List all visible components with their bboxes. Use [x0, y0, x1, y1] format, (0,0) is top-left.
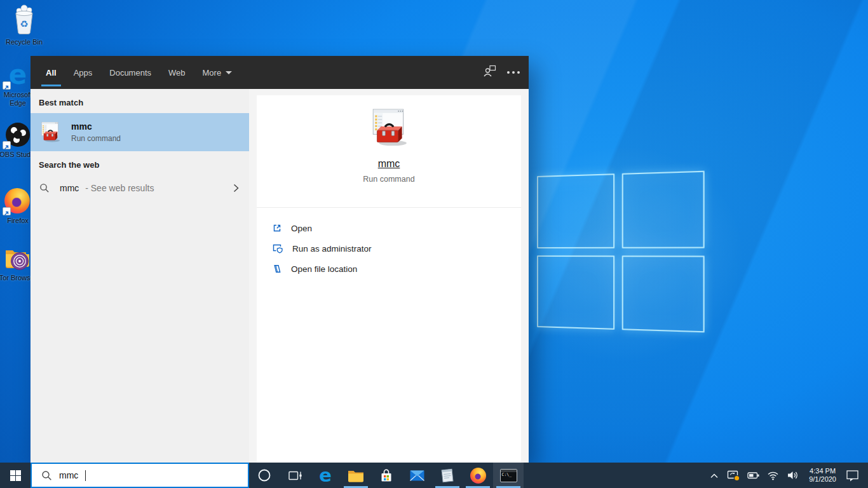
- tab-apps[interactable]: Apps: [74, 56, 93, 89]
- task-view-button[interactable]: [280, 463, 310, 488]
- taskbar-mail-button[interactable]: [402, 463, 432, 488]
- best-match-result-mmc[interactable]: mmc Run command: [31, 113, 249, 151]
- task-view-icon: [288, 469, 302, 482]
- result-preview-pane: mmc Run command Open: [249, 89, 529, 463]
- search-icon: [41, 470, 52, 481]
- recycle-bin-icon: ♻: [10, 3, 39, 36]
- clock-time: 4:34 PM: [809, 467, 836, 476]
- search-results-list: Best match m: [31, 89, 249, 463]
- web-search-query: mmc: [60, 183, 79, 193]
- desktop-icon-label: Recycle Bin: [4, 38, 44, 46]
- chevron-down-icon: [226, 71, 232, 74]
- taskbar-file-explorer-button[interactable]: [341, 463, 371, 488]
- tor-browser-icon: [4, 245, 31, 272]
- shortcut-arrow-icon: [3, 141, 11, 149]
- tab-more[interactable]: More: [203, 56, 233, 89]
- preview-actions: Open Run as administrator: [257, 218, 521, 279]
- search-the-web-section-label: Search the web: [31, 151, 249, 175]
- best-match-title: mmc: [71, 121, 121, 132]
- mmc-toolbox-icon-large: [368, 107, 410, 149]
- preview-subtitle: Run command: [363, 175, 414, 184]
- file-explorer-icon: [348, 469, 364, 482]
- shortcut-arrow-icon: [3, 81, 11, 90]
- taskbar-clock[interactable]: 4:34 PM 9/1/2020: [809, 467, 836, 484]
- tab-web-label: Web: [168, 68, 186, 78]
- taskbar-store-button[interactable]: [371, 463, 402, 488]
- taskbar-firefox-button[interactable]: [463, 463, 493, 488]
- volume-icon[interactable]: [785, 466, 801, 484]
- tab-documents[interactable]: Documents: [109, 56, 151, 89]
- taskbar: mmc e: [0, 463, 868, 488]
- web-search-result[interactable]: mmc - See web results: [31, 175, 249, 201]
- preview-card: mmc Run command Open: [257, 95, 521, 463]
- mmc-toolbox-icon: [39, 121, 62, 144]
- cortana-icon: [257, 468, 271, 482]
- wifi-icon[interactable]: [765, 466, 781, 484]
- power-icon[interactable]: [745, 466, 761, 484]
- action-center-icon[interactable]: [844, 466, 860, 484]
- edge-icon: e: [319, 466, 332, 485]
- best-match-subtitle: Run command: [71, 134, 121, 143]
- action-run-as-administrator[interactable]: Run as administrator: [257, 238, 521, 259]
- clock-date: 9/1/2020: [809, 475, 836, 484]
- windows-logo-pane: [621, 171, 705, 248]
- start-search-panel: All Apps Documents Web More: [31, 56, 529, 463]
- web-search-suffix: - See web results: [85, 183, 154, 193]
- edge-icon: e: [4, 62, 31, 89]
- store-icon: [379, 468, 394, 483]
- run-as-admin-shield-icon: [272, 243, 283, 254]
- command-prompt-icon: C:\_: [500, 469, 517, 482]
- shortcut-arrow-icon: [3, 207, 11, 215]
- search-icon: [39, 183, 50, 193]
- windows-logo-pane: [621, 255, 705, 333]
- windows-logo-pane: [537, 173, 614, 248]
- best-match-section-label: Best match: [31, 89, 249, 113]
- display-status-icon[interactable]: [726, 466, 742, 484]
- windows-logo: [537, 171, 705, 333]
- start-button[interactable]: [0, 463, 31, 488]
- windows-start-icon: [10, 470, 21, 481]
- preview-title-link[interactable]: mmc: [378, 158, 400, 170]
- ellipsis-icon[interactable]: [512, 71, 515, 74]
- chevron-right-icon[interactable]: [233, 184, 239, 193]
- open-icon: [272, 223, 282, 233]
- system-tray: 4:34 PM 9/1/2020: [706, 466, 868, 484]
- tab-documents-label: Documents: [109, 68, 151, 78]
- firefox-icon: [470, 468, 486, 484]
- desktop-icon-recycle-bin[interactable]: ♻ Recycle Bin: [4, 3, 44, 46]
- obs-studio-icon: [4, 122, 31, 149]
- tab-all-label: All: [46, 68, 57, 78]
- windows-logo-pane: [537, 255, 614, 330]
- open-file-location-icon: [272, 264, 282, 274]
- search-panel-header: All Apps Documents Web More: [31, 56, 529, 89]
- taskbar-search-input[interactable]: mmc: [31, 463, 249, 488]
- cortana-button[interactable]: [249, 463, 280, 488]
- action-open-label: Open: [291, 224, 312, 233]
- preview-divider: [257, 207, 521, 208]
- taskbar-command-prompt-button[interactable]: C:\_: [493, 463, 524, 488]
- tab-web[interactable]: Web: [168, 56, 186, 89]
- svg-text:♻: ♻: [20, 18, 28, 29]
- search-filter-tabs: All Apps Documents Web More: [46, 56, 232, 89]
- search-input-value: mmc: [59, 470, 78, 480]
- taskbar-notepad-button[interactable]: [432, 463, 463, 488]
- mail-icon: [409, 470, 425, 482]
- firefox-icon: [4, 188, 31, 215]
- notepad-icon: [440, 468, 455, 483]
- tray-chevron-icon[interactable]: [706, 466, 722, 484]
- tab-more-label: More: [203, 68, 222, 78]
- account-icon[interactable]: [483, 65, 497, 80]
- tab-all[interactable]: All: [46, 56, 57, 89]
- text-caret: [85, 470, 86, 481]
- action-run-as-administrator-label: Run as administrator: [292, 244, 372, 254]
- action-open[interactable]: Open: [257, 218, 521, 238]
- action-open-file-location-label: Open file location: [291, 264, 357, 274]
- action-open-file-location[interactable]: Open file location: [257, 259, 521, 279]
- taskbar-edge-button[interactable]: e: [310, 463, 341, 488]
- tab-apps-label: Apps: [74, 68, 93, 78]
